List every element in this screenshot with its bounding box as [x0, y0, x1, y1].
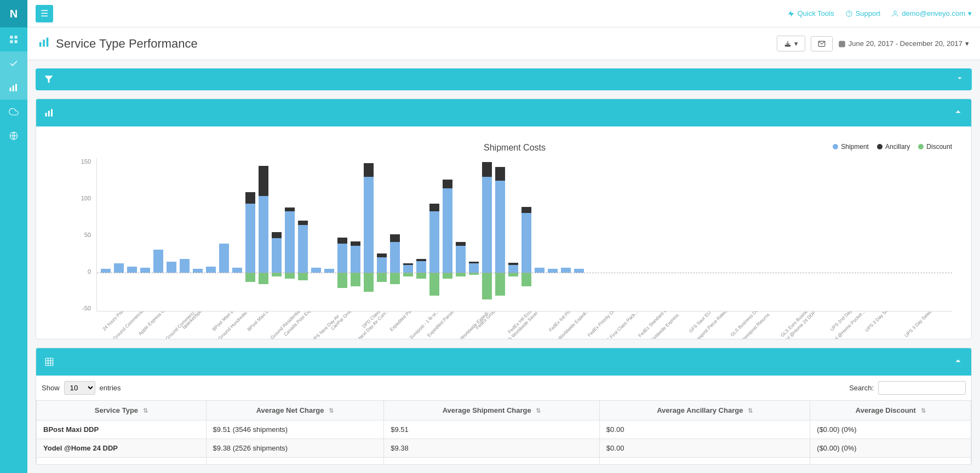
- quick-tools-button[interactable]: Quick Tools: [787, 9, 834, 18]
- check-icon: [9, 59, 19, 68]
- sidebar-item-grid[interactable]: [0, 27, 27, 51]
- app-logo[interactable]: N: [0, 0, 27, 27]
- chart-panel-header[interactable]: [36, 99, 971, 126]
- svg-rect-23: [45, 113, 47, 117]
- col-avg-shipment[interactable]: Average Shipment Charge ⇅: [384, 400, 600, 420]
- user-label: demo@enveyo.com: [902, 9, 965, 18]
- bar-group: [534, 158, 546, 311]
- bar-black: [298, 221, 308, 225]
- entries-select[interactable]: 10 25 50 100: [64, 381, 95, 395]
- bar-black: [456, 242, 466, 246]
- bar-green: [403, 273, 413, 276]
- legend-shipment-label: Shipment: [841, 143, 869, 151]
- bar-blue: [429, 211, 439, 273]
- search-label: Search:: [849, 384, 874, 392]
- sidebar-item-check[interactable]: [0, 51, 27, 76]
- bar-blue: [180, 259, 190, 273]
- col-avg-ancillary[interactable]: Average Ancillary Charge ⇅: [599, 400, 810, 420]
- bar-blue: [101, 269, 111, 273]
- bar-black: [351, 241, 360, 246]
- bar-group: [271, 158, 283, 311]
- download-button[interactable]: ▾: [777, 36, 805, 51]
- table-panel-content: Show 10 25 50 100 entries Search:: [36, 376, 971, 465]
- menu-button[interactable]: ☰: [36, 5, 53, 22]
- bar-blue: [140, 268, 150, 272]
- legend-discount: Discount: [918, 143, 952, 151]
- y-axis: 150 100 50 0 -50: [72, 158, 94, 312]
- bar-group: [415, 158, 427, 311]
- svg-rect-6: [15, 84, 17, 91]
- table-body: BPost Maxi DDP$9.51 (3546 shipments)$9.5…: [37, 420, 971, 465]
- svg-marker-22: [45, 76, 53, 83]
- logo-text: N: [10, 8, 18, 20]
- bar-blue: [245, 204, 255, 273]
- bar-black: [416, 259, 426, 261]
- chevron-down-icon: [956, 74, 964, 82]
- bar-blue: [232, 268, 242, 272]
- bar-green: [495, 273, 505, 296]
- chart-panel: Shipment Costs Shipment Ancillary Dis: [36, 99, 972, 339]
- zero-line: [97, 273, 952, 273]
- svg-rect-15: [47, 38, 49, 47]
- sidebar-item-chart[interactable]: [0, 76, 27, 100]
- svg-rect-26: [45, 358, 53, 366]
- table-chevron-up-icon: [953, 356, 963, 366]
- svg-rect-13: [39, 42, 42, 47]
- bar-group: [113, 158, 125, 311]
- bar-group: [139, 158, 151, 311]
- bar-group: [560, 158, 572, 311]
- date-range-chevron: ▾: [965, 39, 969, 48]
- bar-blue: [416, 261, 426, 273]
- filter-bar[interactable]: [36, 68, 972, 90]
- chart-chevron: [953, 107, 963, 118]
- table-row: FedEx Intl Economy$88.39 (5 shipments)$7…: [37, 457, 971, 465]
- envelope-icon: [818, 40, 826, 48]
- sidebar-item-cloud[interactable]: [0, 100, 27, 124]
- bar-green: [443, 273, 452, 279]
- bar-group: [218, 158, 230, 311]
- bars-container: [97, 158, 952, 311]
- bar-blue: [219, 244, 229, 273]
- chart-inner[interactable]: [96, 158, 952, 312]
- bar-group: [481, 158, 493, 311]
- bar-group: [402, 158, 414, 311]
- table-head: Service Type ⇅ Average Net Charge ⇅ Aver…: [37, 400, 971, 420]
- page-header: Service Type Performance ▾ June 20, 2017…: [27, 27, 980, 60]
- globe-icon: [9, 131, 19, 141]
- legend-ancillary-label: Ancillary: [885, 143, 910, 151]
- svg-point-12: [894, 10, 897, 13]
- bar-blue: [561, 268, 571, 272]
- col-avg-net[interactable]: Average Net Charge ⇅: [206, 400, 384, 420]
- bar-group: [507, 158, 519, 311]
- email-button[interactable]: [811, 36, 833, 51]
- sort-icon-service: ⇅: [143, 407, 148, 414]
- date-range[interactable]: June 20, 2017 - December 20, 2017 ▾: [838, 39, 969, 48]
- page-header-actions: ▾ June 20, 2017 - December 20, 2017 ▾: [777, 36, 969, 51]
- bar-black: [285, 207, 295, 211]
- user-menu[interactable]: demo@enveyo.com ▾: [891, 9, 972, 18]
- sidebar-item-globe[interactable]: [0, 124, 27, 148]
- bar-group: [494, 158, 506, 311]
- bar-green: [245, 273, 255, 282]
- col-avg-discount[interactable]: Average Discount ⇅: [810, 400, 971, 420]
- bar-green: [351, 273, 360, 286]
- date-range-label: June 20, 2017 - December 20, 2017: [849, 39, 962, 48]
- quick-tools-label: Quick Tools: [798, 9, 834, 18]
- download-icon: [784, 40, 792, 48]
- sort-icon-ancillary: ⇅: [748, 407, 753, 414]
- table-panel-header[interactable]: [36, 348, 971, 376]
- bar-group: [389, 158, 401, 311]
- x-axis-labels: 24 hours Point...Apple Express Groundbpa…: [96, 312, 952, 339]
- bar-group: [455, 158, 467, 311]
- table-header-row: Service Type ⇅ Average Net Charge ⇅ Aver…: [37, 400, 971, 420]
- bar-blue: [456, 246, 466, 273]
- user-chevron-icon: ▾: [968, 9, 972, 18]
- bar-blue: [364, 177, 374, 272]
- col-service-type[interactable]: Service Type ⇅: [37, 400, 207, 420]
- support-button[interactable]: Support: [845, 9, 881, 18]
- table-row: BPost Maxi DDP$9.51 (3546 shipments)$9.5…: [37, 420, 971, 439]
- bar-blue: [193, 269, 203, 273]
- search-input[interactable]: [878, 381, 966, 395]
- search-box: Search:: [849, 381, 966, 395]
- filter-chevron: [956, 74, 964, 84]
